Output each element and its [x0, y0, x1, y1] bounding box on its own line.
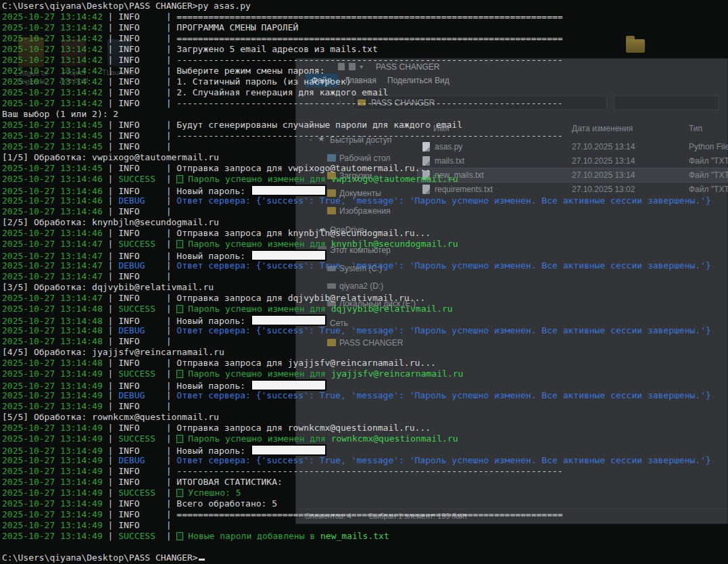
log-separator: | — [103, 358, 118, 368]
log-level: DEBUG — [118, 325, 166, 335]
console-line: C:\Users\qiyana\Desktop\PASS CHANGER> — [2, 553, 711, 563]
log-separator: | — [103, 304, 118, 314]
log-separator: | — [166, 488, 177, 498]
log-separator: | — [166, 381, 177, 391]
log-level: INFO — [118, 87, 166, 97]
log-timestamp: 2025-10-27 13:14:42 — [2, 33, 103, 43]
log-timestamp: 2025-10-27 13:14:42 — [2, 22, 103, 32]
log-separator: | — [103, 325, 118, 335]
log-separator: | — [166, 174, 177, 184]
log-separator: | — [103, 120, 118, 130]
log-separator: | — [166, 433, 177, 444]
log-level: SUCCESS — [118, 174, 166, 184]
log-level: INFO — [118, 336, 166, 346]
log-separator: | — [166, 455, 177, 465]
log-level: INFO — [118, 358, 166, 368]
console-line: 2025-10-27 13:14:46 | INFO | — [2, 206, 711, 217]
log-level: SUCCESS — [118, 304, 166, 314]
log-separator: | — [103, 271, 118, 281]
log-separator: | — [103, 466, 118, 476]
log-separator: | — [103, 131, 118, 141]
console-line: [4/5] Обработка: jyajjsfv@reincarnamail.… — [2, 347, 711, 358]
log-level: SUCCESS — [118, 239, 166, 249]
console-prompt-text: [3/5] Обработка: dqjvybib@relativmail.ru — [2, 282, 214, 292]
log-separator: | — [166, 466, 177, 476]
console-line: 2025-10-27 13:14:49 | INFO | ===========… — [2, 509, 711, 520]
console-line: 2025-10-27 13:14:47 | INFO | Отправка за… — [2, 293, 711, 304]
log-message: Отправка запроса для rownkcmx@questionma… — [176, 423, 431, 433]
log-message: Будут сгенерированы случайные пароли для… — [176, 120, 462, 130]
log-timestamp: 2025-10-27 13:14:49 — [2, 498, 103, 509]
log-separator: | — [166, 390, 177, 400]
log-separator: | — [103, 336, 118, 346]
log-timestamp: 2025-10-27 13:14:42 — [2, 66, 103, 76]
success-check-icon — [176, 532, 183, 540]
log-timestamp: 2025-10-27 13:14:49 — [2, 401, 103, 411]
log-level: DEBUG — [118, 390, 166, 400]
console-line: 2025-10-27 13:14:46 | INFO | Отправка за… — [2, 228, 711, 239]
log-timestamp: 2025-10-27 13:14:48 — [2, 316, 103, 326]
log-timestamp: 2025-10-27 13:14:47 — [2, 239, 103, 249]
log-message: Ответ сервера: {'success': True, 'messag… — [176, 390, 711, 400]
log-timestamp: 2025-10-27 13:14:48 — [2, 304, 103, 314]
console-line: 2025-10-27 13:14:49 | DEBUG | Ответ серв… — [2, 390, 711, 401]
desktop-screen: League of Legends Project Zomboid TLaunc… — [0, 0, 728, 564]
log-level: DEBUG — [118, 195, 166, 206]
log-level: INFO — [118, 381, 166, 391]
log-message: dqjvybib@relativmail.ru — [331, 304, 453, 314]
log-separator: | — [166, 87, 177, 97]
console-line: 2025-10-27 13:14:42 | INFO | 1. Статичны… — [2, 76, 711, 87]
log-separator: | — [166, 131, 177, 141]
log-message: Пароль успешно изменен для — [188, 433, 331, 444]
log-separator: | — [166, 206, 177, 216]
log-separator: | — [103, 260, 118, 271]
console-prompt-text: Ваш выбор (1 или 2): 2 — [2, 109, 118, 119]
redacted-password-block — [251, 314, 326, 326]
log-separator: | — [103, 44, 118, 54]
log-timestamp: 2025-10-27 13:14:42 — [2, 87, 103, 97]
log-separator: | — [103, 446, 118, 456]
log-timestamp: 2025-10-27 13:14:42 — [2, 76, 103, 87]
log-separator: | — [103, 11, 118, 22]
log-separator: | — [103, 55, 118, 65]
console-line: 2025-10-27 13:14:47 | INFO | Новый парол… — [2, 250, 711, 260]
log-timestamp: 2025-10-27 13:14:42 — [2, 11, 103, 22]
log-message: Новые пароли добавлены в — [188, 531, 320, 541]
log-separator: | — [166, 325, 177, 335]
log-timestamp: 2025-10-27 13:14:46 — [2, 174, 103, 184]
console-line: [2/5] Обработка: knynbjln@secundogmail.r… — [2, 217, 711, 228]
log-separator: | — [166, 44, 177, 54]
log-message: Загружено 5 email адресов из mails.txt — [176, 44, 377, 54]
log-separator: | — [103, 477, 118, 487]
log-level: INFO — [118, 498, 166, 509]
success-check-icon — [176, 370, 183, 378]
redacted-password-block — [251, 379, 326, 391]
log-message: Пароль успешно изменен для — [188, 304, 331, 314]
log-separator: | — [166, 55, 177, 65]
console-line: 2025-10-27 13:14:46 | SUCCESS | Пароль у… — [2, 174, 711, 185]
console-line: 2025-10-27 13:14:48 | INFO | — [2, 336, 711, 347]
log-level: INFO — [118, 76, 166, 87]
log-separator: | — [166, 195, 177, 206]
log-message: ========================================… — [176, 509, 562, 519]
redacted-password-block — [251, 444, 326, 456]
log-timestamp: 2025-10-27 13:14:49 — [2, 446, 103, 456]
log-timestamp: 2025-10-27 13:14:49 — [2, 520, 103, 530]
console-line — [2, 542, 711, 553]
log-separator: | — [103, 531, 118, 541]
log-level: INFO — [118, 163, 166, 173]
log-separator: | — [103, 509, 118, 519]
console-output[interactable]: C:\Users\qiyana\Desktop\PASS CHANGER>py … — [2, 1, 711, 563]
console-line: 2025-10-27 13:14:49 | SUCCESS | Новые па… — [2, 531, 711, 542]
console-line: 2025-10-27 13:14:47 | SUCCESS | Пароль у… — [2, 239, 711, 250]
log-level: INFO — [118, 11, 166, 22]
log-message: Новый пароль: — [176, 316, 251, 326]
console-line: 2025-10-27 13:14:47 | INFO | — [2, 271, 711, 282]
log-timestamp: 2025-10-27 13:14:48 — [2, 358, 103, 368]
console-line: 2025-10-27 13:14:49 | INFO | Новый парол… — [2, 379, 711, 390]
log-timestamp: 2025-10-27 13:14:42 — [2, 44, 103, 54]
log-separator: | — [103, 401, 118, 411]
log-separator: | — [103, 293, 118, 303]
console-line: 2025-10-27 13:14:46 | INFO | Новый парол… — [2, 185, 711, 195]
console-line: 2025-10-27 13:14:48 | DEBUG | Ответ серв… — [2, 325, 711, 336]
